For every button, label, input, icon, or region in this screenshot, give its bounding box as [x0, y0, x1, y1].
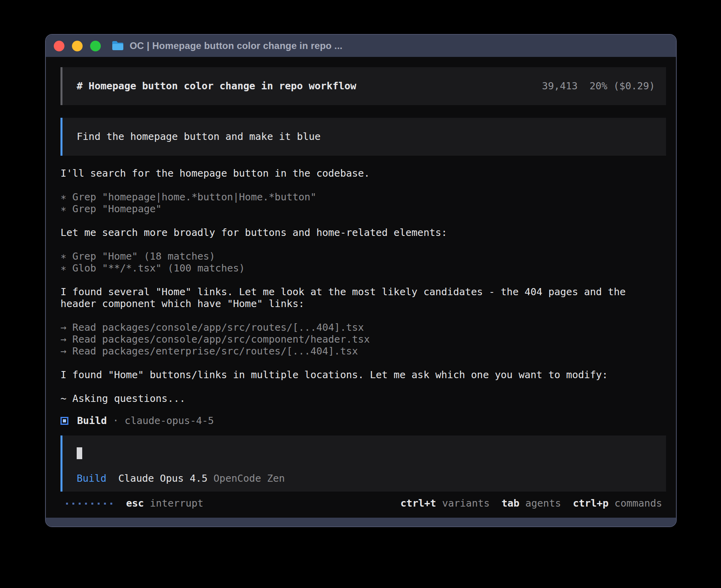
assistant-text-block: Let me search more broadly for buttons a… [60, 227, 666, 239]
window-bottom-edge [46, 518, 676, 526]
input-provider: OpenCode Zen [213, 473, 285, 484]
text-cursor [77, 447, 82, 459]
shortcut-key: ctrl+t [400, 498, 436, 509]
tool-line: ∗ Glob "**/*.tsx" (100 matches) [60, 262, 666, 274]
shortcut-label: variants [442, 498, 489, 509]
tool-call-block: → Read packages/console/app/src/routes/[… [60, 322, 666, 357]
session-title: # Homepage button color change in repo w… [77, 80, 356, 92]
assistant-line: I found "Home" buttons/links in multiple… [60, 369, 666, 381]
spinner-dot [98, 503, 100, 505]
assistant-text-block: I'll search for the homepage button in t… [60, 168, 666, 179]
shortcut-label: agents [525, 498, 561, 509]
tool-call-block: ∗ Grep "Home" (18 matches)∗ Glob "**/*.t… [60, 251, 666, 274]
traffic-lights [54, 41, 101, 51]
terminal-window: OC | Homepage button color change in rep… [45, 34, 677, 527]
prompt-input[interactable]: Build Claude Opus 4.5 OpenCode Zen [60, 435, 666, 492]
shortcut-variants[interactable]: ctrl+tvariants [400, 498, 490, 509]
spinner-dot [110, 503, 112, 505]
esc-key[interactable]: esc [126, 498, 144, 509]
assistant-text-block: I found "Home" buttons/links in multiple… [60, 369, 666, 381]
context-cost: 20% ($0.29) [589, 80, 655, 92]
close-button[interactable] [54, 41, 64, 51]
tool-line: ∗ Grep "Home" (18 matches) [60, 251, 666, 262]
spinner-dots [66, 503, 112, 505]
statusbar: esc interrupt ctrl+tvariantstabagentsctr… [60, 498, 666, 509]
shortcut-key: ctrl+p [573, 498, 608, 509]
tool-line: ∗ Grep "homepage|home.*button|Home.*butt… [60, 191, 666, 203]
assistant-text-block: I found several "Home" links. Let me loo… [60, 286, 666, 310]
tool-line: → Read packages/enterprise/src/routes/[.… [60, 345, 666, 357]
assistant-line: header component which have "Home" links… [60, 298, 666, 310]
user-message: Find the homepage button and make it blu… [60, 118, 666, 156]
assistant-line: I found several "Home" links. Let me loo… [60, 286, 666, 298]
assistant-line: I'll search for the homepage button in t… [60, 168, 666, 179]
agent-name: Build [77, 415, 107, 427]
assistant-output: I'll search for the homepage button in t… [60, 168, 666, 405]
status-model: claude-opus-4-5 [125, 415, 214, 427]
spinner-dot [79, 503, 81, 505]
zoom-button[interactable] [90, 41, 101, 51]
status-separator: · [113, 415, 119, 427]
spinner-dot [72, 503, 74, 505]
input-mode-agent[interactable]: Build [77, 473, 106, 484]
session-stats: 39,413 20% ($0.29) [542, 80, 655, 92]
tool-line: ∗ Grep "Homepage" [60, 203, 666, 215]
esc-label: interrupt [150, 498, 203, 509]
shortcut-label: commands [615, 498, 662, 509]
desktop-background: OC | Homepage button color change in rep… [0, 0, 721, 588]
window-title: OC | Homepage button color change in rep… [130, 40, 342, 51]
statusbar-shortcuts: ctrl+tvariantstabagentsctrl+pcommands [400, 498, 662, 509]
user-message-text: Find the homepage button and make it blu… [77, 131, 321, 143]
assistant-line: ~ Asking questions... [60, 393, 666, 405]
agent-task-icon [60, 417, 68, 425]
minimize-button[interactable] [72, 41, 83, 51]
shortcut-key: tab [502, 498, 519, 509]
spinner-dot [66, 503, 68, 505]
titlebar[interactable]: OC | Homepage button color change in rep… [46, 35, 676, 57]
agent-task-icon-core [63, 419, 66, 422]
folder-icon [111, 41, 124, 51]
statusbar-left: esc interrupt [66, 498, 204, 509]
assistant-text-block: ~ Asking questions... [60, 393, 666, 405]
spinner-dot [85, 503, 87, 505]
tool-line: → Read packages/console/app/src/componen… [60, 334, 666, 345]
tool-line: → Read packages/console/app/src/routes/[… [60, 322, 666, 334]
spinner-dot [104, 503, 106, 505]
assistant-line: Let me search more broadly for buttons a… [60, 227, 666, 239]
tool-call-block: ∗ Grep "homepage|home.*button|Home.*butt… [60, 191, 666, 215]
shortcut-commands[interactable]: ctrl+pcommands [573, 498, 662, 509]
shortcut-agents[interactable]: tabagents [502, 498, 561, 509]
terminal-content: # Homepage button color change in repo w… [46, 57, 676, 518]
input-model[interactable]: Claude Opus 4.5 [118, 473, 208, 484]
spinner-dot [91, 503, 93, 505]
session-header: # Homepage button color change in repo w… [60, 67, 666, 105]
model-row: Build Claude Opus 4.5 OpenCode Zen [77, 473, 655, 484]
token-count: 39,413 [542, 80, 578, 92]
agent-status-row: Build · claude-opus-4-5 [60, 415, 666, 427]
